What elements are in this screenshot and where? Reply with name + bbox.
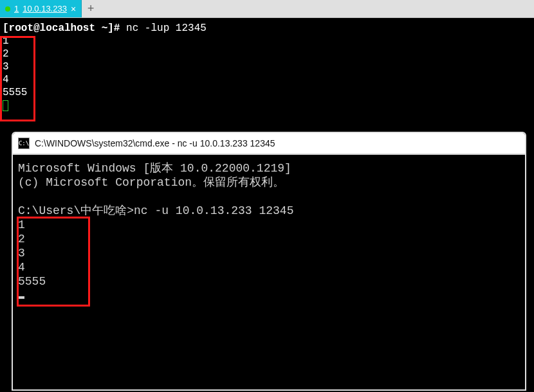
cmd-terminal[interactable]: Microsoft Windows [版本 10.0.22000.1219] (… — [13, 155, 525, 389]
terminal-output-line: 5555 — [3, 86, 531, 99]
cmd-header-line: (c) Microsoft Corporation。保留所有权利。 — [18, 175, 520, 190]
terminal-output-line: 4 — [3, 73, 531, 86]
cmd-output-line: 1 — [18, 218, 520, 232]
cmd-icon: C:\ — [18, 138, 30, 149]
cmd-prompt-line: C:\Users\中午吃啥>nc -u 10.0.13.233 12345 — [18, 204, 520, 218]
terminal-output-line: 1 — [3, 35, 531, 48]
tab-active[interactable]: 1 10.0.13.233 × — [0, 0, 82, 17]
cmd-title: C:\WINDOWS\system32\cmd.exe - nc -u 10.0… — [35, 138, 275, 148]
tab-bar: 1 10.0.13.233 × + — [0, 0, 534, 18]
terminal-output-line: 2 — [3, 48, 531, 60]
tab-host: 10.0.13.233 — [23, 4, 67, 13]
terminal-cursor-line — [3, 99, 531, 112]
terminal-prompt-line: [root@localhost ~]# nc -lup 12345 — [3, 22, 531, 35]
cmd-icon-text: C:\ — [19, 140, 29, 147]
cmd-window: C:\ C:\WINDOWS\system32\cmd.exe - nc -u … — [12, 132, 526, 391]
cmd-blank-line — [18, 190, 520, 204]
cmd-cursor-line — [18, 289, 520, 303]
tab-number: 1 — [14, 4, 19, 13]
cmd-titlebar[interactable]: C:\ C:\WINDOWS\system32\cmd.exe - nc -u … — [13, 133, 525, 155]
close-icon[interactable]: × — [71, 4, 76, 13]
cmd-output-line: 3 — [18, 246, 520, 260]
prompt-command: nc -lup 12345 — [126, 22, 207, 34]
cmd-output-line: 5555 — [18, 274, 520, 289]
tab-add-button[interactable]: + — [82, 0, 100, 17]
cmd-prompt-path: C:\Users\中午吃啥> — [18, 204, 134, 217]
cursor-icon — [18, 296, 24, 299]
prompt-text: [root@localhost ~]# — [3, 22, 120, 34]
cursor-icon — [3, 100, 8, 111]
cmd-output-line: 2 — [18, 232, 520, 246]
cmd-output-line: 4 — [18, 260, 520, 274]
cmd-header-line: Microsoft Windows [版本 10.0.22000.1219] — [18, 161, 520, 175]
linux-terminal[interactable]: [root@localhost ~]# nc -lup 12345 1 2 3 … — [0, 18, 534, 130]
cmd-prompt-command: nc -u 10.0.13.233 12345 — [134, 204, 293, 217]
status-indicator-icon — [5, 6, 10, 12]
terminal-output-line: 3 — [3, 60, 531, 73]
